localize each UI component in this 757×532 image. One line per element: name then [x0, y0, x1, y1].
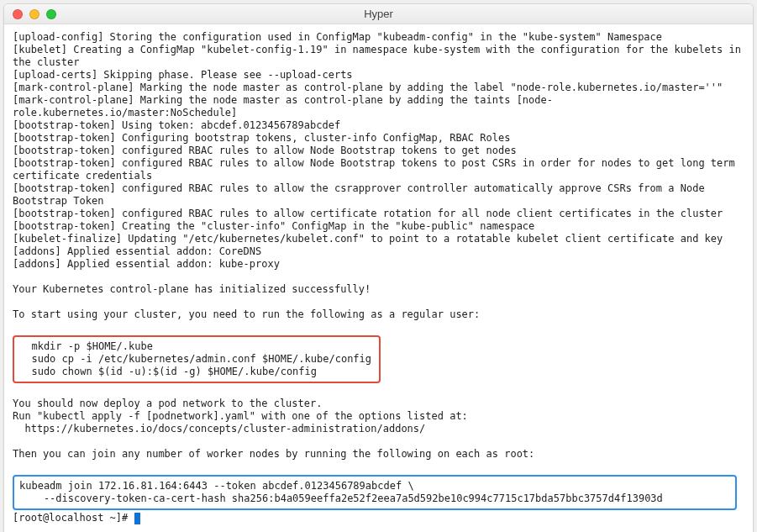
output-line: [bootstrap-token] Creating the "cluster-… — [13, 220, 534, 232]
window-title: Hyper — [4, 8, 753, 20]
output-line: [upload-config] Storing the configuratio… — [13, 31, 662, 43]
output-line: [bootstrap-token] Using token: abcdef.01… — [13, 119, 340, 131]
cursor-icon — [134, 513, 140, 524]
output-line: [bootstrap-token] configured RBAC rules … — [13, 157, 741, 182]
output-line: [mark-control-plane] Marking the node ma… — [13, 94, 553, 119]
titlebar[interactable]: Hyper — [4, 4, 753, 24]
highlighted-commands-red: mkdir -p $HOME/.kube sudo cp -i /etc/kub… — [13, 335, 381, 383]
output-line: https://kubernetes.io/docs/concepts/clus… — [13, 423, 425, 435]
output-line: [bootstrap-token] configured RBAC rules … — [13, 182, 711, 207]
highlighted-commands-blue: kubeadm join 172.16.81.164:6443 --token … — [13, 475, 737, 510]
terminal-output[interactable]: [upload-config] Storing the configuratio… — [4, 24, 753, 532]
output-line: [bootstrap-token] Configuring bootstrap … — [13, 132, 510, 144]
output-line: [bootstrap-token] configured RBAC rules … — [13, 208, 723, 219]
output-line: You should now deploy a pod network to t… — [13, 398, 322, 409]
output-line: Your Kubernetes control-plane has initia… — [13, 283, 371, 295]
output-line: Then you can join any number of worker n… — [13, 448, 534, 460]
output-line: Run "kubectl apply -f [podnetwork].yaml"… — [13, 410, 468, 422]
output-line: [mark-control-plane] Marking the node ma… — [13, 82, 723, 93]
output-line: [bootstrap-token] configured RBAC rules … — [13, 145, 517, 156]
output-line: [addons] Applied essential addon: CoreDN… — [13, 245, 261, 257]
output-line: [kubelet-finalize] Updating "/etc/kubern… — [13, 233, 723, 245]
output-line: [addons] Applied essential addon: kube-p… — [13, 258, 280, 270]
shell-prompt: [root@localhost ~]# — [13, 512, 134, 524]
terminal-window: Hyper [upload-config] Storing the config… — [3, 3, 754, 532]
output-line: [upload-certs] Skipping phase. Please se… — [13, 69, 353, 81]
output-line: To start using your cluster, you need to… — [13, 308, 480, 320]
output-line: [kubelet] Creating a ConfigMap "kubelet-… — [13, 44, 747, 68]
